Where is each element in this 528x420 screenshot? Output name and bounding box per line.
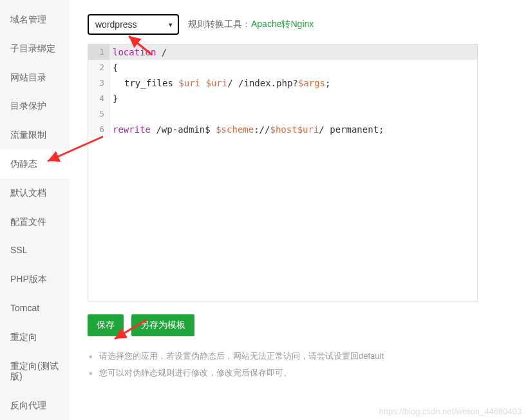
main-panel: wordpress ▾ 规则转换工具：Apache转Nginx 1locatio… bbox=[70, 0, 528, 420]
line-number: 6 bbox=[88, 122, 110, 137]
sidebar-item[interactable]: Tomcat bbox=[0, 294, 70, 323]
apache-to-nginx-link[interactable]: Apache转Nginx bbox=[251, 19, 314, 29]
sidebar-item[interactable]: 默认文档 bbox=[0, 178, 70, 207]
rewrite-template-select[interactable]: wordpress ▾ bbox=[88, 14, 179, 35]
code-content: location / bbox=[110, 44, 167, 60]
code-content: rewrite /wp-admin$ $scheme://$host$uri/ … bbox=[110, 122, 384, 137]
select-value: wordpress bbox=[95, 19, 137, 30]
code-content: try_files $uri $uri/ /index.php?$args; bbox=[110, 75, 330, 91]
tip-item: 请选择您的应用，若设置伪静态后，网站无法正常访问，请尝试设置回default bbox=[88, 348, 510, 365]
line-number: 1 bbox=[88, 44, 110, 60]
save-as-template-button[interactable]: 另存为模板 bbox=[131, 314, 194, 336]
sidebar-item[interactable]: 子目录绑定 bbox=[0, 34, 70, 63]
code-line: 4} bbox=[88, 91, 477, 106]
tool-label-text: 规则转换工具： bbox=[188, 19, 251, 29]
line-number: 2 bbox=[88, 60, 110, 75]
line-number: 4 bbox=[88, 91, 110, 106]
sidebar-item[interactable]: 域名管理 bbox=[0, 5, 70, 34]
sidebar-item[interactable]: 目录保护 bbox=[0, 91, 70, 120]
sidebar-item[interactable]: 重定向 bbox=[0, 323, 70, 352]
tips-list: 请选择您的应用，若设置伪静态后，网站无法正常访问，请尝试设置回default您可… bbox=[88, 348, 510, 381]
save-button[interactable]: 保存 bbox=[88, 314, 124, 336]
line-number: 5 bbox=[88, 106, 110, 122]
tool-label: 规则转换工具：Apache转Nginx bbox=[188, 19, 314, 30]
code-line: 1location / bbox=[88, 44, 477, 60]
chevron-down-icon: ▾ bbox=[169, 21, 173, 29]
code-content: { bbox=[110, 60, 118, 75]
code-editor[interactable]: 1location /2{3try_files $uri $uri/ /inde… bbox=[88, 44, 478, 301]
code-content: } bbox=[110, 91, 118, 106]
tip-item: 您可以对伪静态规则进行修改，修改完后保存即可。 bbox=[88, 365, 510, 381]
sidebar-item[interactable]: 重定向(测试版) bbox=[0, 352, 70, 392]
sidebar: 域名管理子目录绑定网站目录目录保护流量限制伪静态默认文档配置文件SSLPHP版本… bbox=[0, 0, 70, 420]
buttons-row: 保存 另存为模板 bbox=[88, 314, 510, 336]
sidebar-item[interactable]: 流量限制 bbox=[0, 120, 70, 149]
line-number: 3 bbox=[88, 75, 110, 91]
sidebar-item[interactable]: 伪静态 bbox=[0, 149, 70, 178]
code-line: 2{ bbox=[88, 60, 477, 75]
code-line: 5 bbox=[88, 106, 477, 122]
watermark-text: https://blog.csdn.net/weixin_44680403 bbox=[379, 406, 522, 416]
sidebar-item[interactable]: 配置文件 bbox=[0, 207, 70, 236]
code-line: 3try_files $uri $uri/ /index.php?$args; bbox=[88, 75, 477, 91]
code-line: 6rewrite /wp-admin$ $scheme://$host$uri/… bbox=[88, 122, 477, 137]
sidebar-item[interactable]: 反向代理 bbox=[0, 391, 70, 420]
sidebar-item[interactable]: 网站目录 bbox=[0, 63, 70, 92]
sidebar-item[interactable]: PHP版本 bbox=[0, 265, 70, 294]
sidebar-item[interactable]: SSL bbox=[0, 236, 70, 265]
top-row: wordpress ▾ 规则转换工具：Apache转Nginx bbox=[88, 14, 510, 35]
